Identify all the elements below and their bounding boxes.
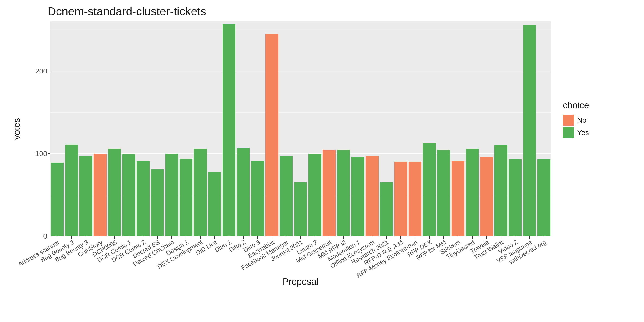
x-tick-mark bbox=[529, 236, 530, 238]
x-tick-mark bbox=[544, 236, 544, 238]
x-tick-mark bbox=[214, 236, 215, 238]
bar bbox=[480, 157, 493, 236]
x-tick-mark bbox=[486, 236, 487, 238]
y-axis-title: votes bbox=[12, 118, 22, 140]
bar bbox=[251, 161, 264, 236]
bar bbox=[280, 156, 293, 236]
bar bbox=[208, 172, 221, 236]
bar bbox=[394, 162, 407, 236]
bar bbox=[237, 148, 250, 236]
x-tick-mark bbox=[429, 236, 430, 238]
x-tick-mark bbox=[71, 236, 72, 238]
bar bbox=[94, 154, 106, 236]
bar bbox=[266, 34, 278, 236]
bar bbox=[122, 154, 135, 236]
bar bbox=[538, 159, 550, 236]
bar bbox=[523, 25, 536, 236]
bar bbox=[337, 150, 350, 236]
x-tick-mark bbox=[400, 236, 401, 238]
bar bbox=[165, 154, 178, 236]
bar bbox=[294, 182, 307, 236]
gridline-minor bbox=[50, 30, 551, 30]
x-tick-mark bbox=[200, 236, 200, 238]
x-tick-mark bbox=[57, 236, 58, 238]
x-tick-mark bbox=[128, 236, 129, 238]
y-tick-label: 100 bbox=[35, 150, 47, 158]
x-tick-mark bbox=[501, 236, 501, 238]
legend-key-yes bbox=[563, 127, 574, 138]
x-tick-mark bbox=[343, 236, 344, 238]
y-tick-mark bbox=[48, 71, 50, 71]
legend: choice No Yes bbox=[563, 100, 634, 140]
bar bbox=[437, 150, 450, 236]
x-tick-mark bbox=[86, 236, 86, 238]
y-tick-mark bbox=[48, 236, 50, 236]
bar bbox=[194, 148, 207, 236]
bar bbox=[351, 157, 364, 236]
gridline-major bbox=[50, 70, 551, 71]
bar bbox=[65, 144, 78, 236]
gridline-minor bbox=[50, 112, 551, 112]
legend-label-no: No bbox=[577, 116, 586, 124]
x-tick-mark bbox=[229, 236, 229, 238]
x-tick-mark bbox=[386, 236, 387, 238]
bar bbox=[151, 169, 164, 236]
legend-item-no: No bbox=[563, 115, 634, 126]
x-tick-mark bbox=[358, 236, 358, 238]
x-tick-mark bbox=[186, 236, 186, 238]
bar bbox=[80, 156, 92, 236]
x-tick-mark bbox=[329, 236, 330, 238]
plot-panel bbox=[50, 22, 551, 236]
bar bbox=[494, 145, 507, 236]
bar bbox=[408, 162, 422, 236]
bar bbox=[51, 163, 64, 236]
x-tick-mark bbox=[286, 236, 286, 238]
bar bbox=[222, 24, 236, 236]
x-tick-mark bbox=[172, 236, 172, 238]
x-tick-mark bbox=[458, 236, 458, 238]
x-tick-mark bbox=[300, 236, 301, 238]
bar bbox=[452, 161, 464, 236]
x-tick-mark bbox=[143, 236, 143, 238]
x-tick-mark bbox=[515, 236, 516, 238]
x-tick-mark bbox=[472, 236, 472, 238]
y-tick-label: 200 bbox=[35, 67, 47, 75]
bar bbox=[308, 154, 321, 236]
x-tick-mark bbox=[272, 236, 272, 238]
bar bbox=[509, 159, 522, 236]
x-tick-mark bbox=[415, 236, 415, 238]
x-tick-mark bbox=[314, 236, 315, 238]
x-tick-mark bbox=[243, 236, 244, 238]
chart-title: Dcnem-standard-cluster-tickets bbox=[48, 5, 206, 18]
x-tick-mark bbox=[257, 236, 258, 238]
legend-title: choice bbox=[563, 100, 634, 110]
bar bbox=[137, 161, 150, 236]
legend-key-no bbox=[563, 115, 574, 126]
bar bbox=[423, 143, 436, 236]
bar bbox=[180, 158, 192, 236]
legend-item-yes: Yes bbox=[563, 127, 634, 138]
bar bbox=[466, 148, 479, 236]
x-tick-mark bbox=[114, 236, 115, 238]
bar bbox=[108, 148, 121, 236]
x-tick-mark bbox=[157, 236, 158, 238]
bar bbox=[380, 182, 393, 236]
x-tick-mark bbox=[444, 236, 444, 238]
bar bbox=[323, 150, 336, 236]
legend-label-yes: Yes bbox=[577, 128, 589, 137]
bar bbox=[366, 156, 378, 236]
x-tick-mark bbox=[100, 236, 100, 238]
x-tick-mark bbox=[372, 236, 372, 238]
y-tick-mark bbox=[48, 153, 50, 154]
y-tick-label: 0 bbox=[43, 232, 47, 240]
